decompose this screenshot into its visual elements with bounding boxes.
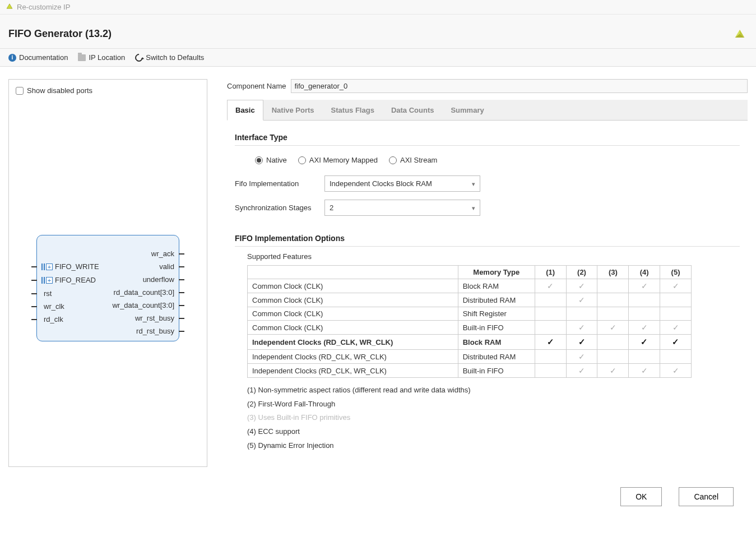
tab-native-ports[interactable]: Native Ports	[263, 100, 323, 120]
legend-item: (4) ECC support	[247, 425, 740, 439]
radio-icon	[255, 156, 263, 164]
bus-icon	[41, 263, 45, 270]
interface-type-radios: Native AXI Memory Mapped AXI Stream	[255, 156, 740, 164]
sync-stages-select[interactable]: 2 ▾	[324, 200, 480, 216]
cancel-button[interactable]: Cancel	[679, 487, 734, 506]
tab-data-counts[interactable]: Data Counts	[383, 100, 443, 120]
port-rd-rst-busy: rd_rst_busy	[136, 327, 174, 335]
port-rd-clk: rd_clk	[44, 315, 63, 323]
info-icon: i	[8, 54, 16, 62]
radio-axi-stream[interactable]: AXI Stream	[389, 156, 437, 164]
radio-axi-memory-mapped[interactable]: AXI Memory Mapped	[298, 156, 378, 164]
sync-stages-label: Synchronization Stages	[235, 203, 318, 212]
port-valid: valid	[159, 262, 174, 271]
documentation-link[interactable]: i Documentation	[8, 53, 68, 62]
port-rd-data-count: rd_data_count[3:0]	[114, 288, 174, 297]
ip-block-diagram: + FIFO_WRITE + FIFO_READ rst wr_clk rd_c…	[31, 235, 185, 341]
port-wr-ack: wr_ack	[151, 249, 174, 258]
chevron-down-icon: ▾	[472, 204, 475, 211]
chevron-down-icon: ▾	[472, 180, 475, 187]
tabs-bar: Basic Native Ports Status Flags Data Cou…	[227, 100, 748, 121]
page-title: FIFO Generator (13.2)	[8, 28, 112, 40]
legend: (1) Non-symmetric aspect ratios (differe…	[247, 383, 740, 452]
port-fifo-read: + FIFO_READ	[41, 276, 96, 284]
brand-logo-icon	[732, 26, 748, 41]
table-row[interactable]: Common Clock (CLK)Built-in FIFO✓✓✓✓	[248, 321, 692, 335]
table-row[interactable]: Common Clock (CLK)Distributed RAM✓	[248, 293, 692, 307]
toolbar: i Documentation IP Location Switch to De…	[0, 49, 756, 67]
ip-location-link[interactable]: IP Location	[78, 53, 125, 62]
schematic-panel: Show disabled ports + FIFO_WRITE + FIFO_…	[8, 79, 207, 467]
expand-icon[interactable]: +	[46, 277, 53, 284]
checkbox-icon	[16, 87, 24, 95]
table-row[interactable]: Independent Clocks (RD_CLK, WR_CLK)Block…	[248, 335, 692, 350]
tab-status-flags[interactable]: Status Flags	[323, 100, 383, 120]
table-header-row: Memory Type (1) (2) (3) (4) (5)	[248, 266, 692, 279]
port-wr-data-count: wr_data_count[3:0]	[112, 301, 174, 309]
port-underflow: underflow	[143, 275, 174, 284]
legend-item: (1) Non-symmetric aspect ratios (differe…	[247, 383, 740, 397]
features-table: Memory Type (1) (2) (3) (4) (5) Common C…	[247, 265, 692, 378]
port-wr-clk: wr_clk	[44, 302, 64, 311]
app-logo-icon	[6, 2, 13, 12]
dialog-buttons: OK Cancel	[0, 478, 756, 520]
component-name-label: Component Name	[227, 82, 286, 90]
table-row[interactable]: Independent Clocks (RD_CLK, WR_CLK)Built…	[248, 364, 692, 378]
port-rst: rst	[44, 289, 52, 298]
tab-summary[interactable]: Summary	[442, 100, 492, 120]
legend-item: (2) First-Word Fall-Through	[247, 397, 740, 411]
show-disabled-ports-checkbox[interactable]: Show disabled ports	[16, 86, 200, 95]
fifo-implementation-label: Fifo Implementation	[235, 179, 318, 188]
refresh-icon	[133, 52, 145, 63]
fifo-implementation-select[interactable]: Independent Clocks Block RAM ▾	[324, 175, 480, 192]
ok-button[interactable]: OK	[620, 487, 662, 506]
port-wr-rst-busy: wr_rst_busy	[135, 314, 174, 322]
config-panel: Component Name Basic Native Ports Status…	[227, 79, 748, 467]
radio-icon	[389, 156, 397, 164]
radio-native[interactable]: Native	[255, 156, 287, 164]
header: FIFO Generator (13.2)	[0, 15, 756, 49]
table-row[interactable]: Common Clock (CLK)Block RAM✓✓✓✓	[248, 279, 692, 293]
switch-defaults-link[interactable]: Switch to Defaults	[135, 53, 204, 62]
supported-features-label: Supported Features	[247, 252, 740, 261]
interface-type-heading: Interface Type	[235, 133, 740, 142]
radio-icon	[298, 156, 306, 164]
fifo-options-heading: FIFO Implementation Options	[235, 234, 740, 243]
table-row[interactable]: Independent Clocks (RD_CLK, WR_CLK)Distr…	[248, 350, 692, 364]
legend-item: (3) Uses Built-in FIFO primitives	[247, 411, 740, 425]
tab-basic[interactable]: Basic	[227, 100, 263, 121]
window-titlebar: Re-customize IP	[0, 0, 756, 15]
expand-icon[interactable]: +	[46, 263, 53, 270]
component-name-input[interactable]	[291, 79, 748, 93]
port-fifo-write: + FIFO_WRITE	[41, 262, 99, 271]
window-title: Re-customize IP	[17, 3, 70, 11]
folder-icon	[78, 54, 86, 61]
legend-item: (5) Dynamic Error Injection	[247, 439, 740, 453]
bus-icon	[41, 277, 45, 284]
table-row[interactable]: Common Clock (CLK)Shift Register	[248, 307, 692, 321]
